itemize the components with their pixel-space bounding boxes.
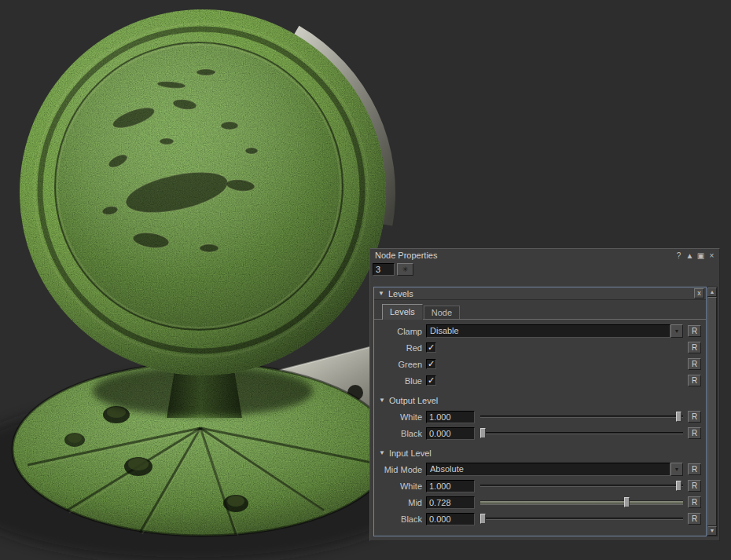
collapse-arrow-icon[interactable]: ▼ [378, 291, 384, 297]
slider-track [480, 415, 683, 418]
input-mid-control [426, 496, 683, 509]
clamp-dropdown[interactable]: Disable ▼ [426, 324, 683, 338]
slider-track [480, 500, 683, 505]
rollout-close-button[interactable]: x [694, 288, 704, 298]
blue-control: ✓ [426, 375, 683, 386]
output-black-label: Black [379, 429, 426, 438]
slider-handle[interactable] [624, 497, 630, 507]
panel-titlebar[interactable]: Node Properties ? ▲ ▣ × [370, 249, 719, 262]
input-level-title: Input Level [389, 448, 432, 458]
input-mid-row: Mid R [379, 495, 701, 510]
output-black-slider[interactable] [480, 427, 683, 439]
blue-checkbox[interactable]: ✓ [426, 375, 436, 386]
clamp-dropdown-value[interactable]: Disable [426, 324, 670, 338]
input-black-row: Black R [379, 511, 701, 526]
clamp-row: Clamp Disable ▼ R [379, 324, 701, 339]
mid-mode-reset-button[interactable]: R [688, 463, 701, 475]
material-sphere [20, 9, 386, 375]
red-checkbox[interactable]: ✓ [426, 342, 436, 353]
green-control: ✓ [426, 359, 683, 369]
red-control: ✓ [426, 342, 683, 353]
green-checkbox[interactable]: ✓ [426, 359, 436, 369]
input-level-section[interactable]: ▼ Input Level [379, 447, 701, 459]
input-black-label: Black [379, 514, 426, 524]
slider-handle[interactable] [676, 481, 681, 491]
levels-rollout: ▼ Levels x Levels Node Clamp Disable ▼ [373, 287, 707, 536]
scrollbar[interactable]: ▲ ▼ [707, 287, 718, 536]
red-label: Red [379, 343, 426, 353]
input-black-slider[interactable] [480, 513, 683, 525]
tab-node[interactable]: Node [424, 306, 460, 319]
green-label: Green [379, 360, 426, 369]
red-row: Red ✓ R [379, 340, 701, 355]
input-mid-reset-button[interactable]: R [688, 496, 701, 508]
input-black-control [426, 513, 683, 525]
input-white-input[interactable] [426, 480, 475, 492]
rollup-icon[interactable]: ▲ [685, 251, 695, 261]
output-black-reset-button[interactable]: R [688, 427, 701, 439]
output-white-row: White R [379, 409, 701, 424]
scrollbar-thumb[interactable] [707, 297, 717, 526]
mid-mode-row: Mid Mode Absolute ▼ R [379, 462, 701, 477]
clamp-reset-button[interactable]: R [688, 325, 701, 337]
collapse-arrow-icon[interactable]: ▼ [379, 397, 385, 404]
slider-track [480, 485, 683, 487]
output-level-title: Output Level [389, 396, 438, 405]
input-white-row: White R [379, 478, 701, 493]
rollout-content: Clamp Disable ▼ R Red ✓ R [374, 320, 706, 526]
input-white-control [426, 480, 683, 492]
scroll-down-icon[interactable]: ▼ [707, 526, 717, 536]
collapse-arrow-icon[interactable]: ▼ [379, 450, 385, 456]
apply-node-id-button[interactable]: ✳ [397, 263, 413, 276]
tab-levels[interactable]: Levels [382, 304, 423, 320]
close-icon[interactable]: × [707, 251, 717, 261]
slider-track [480, 432, 683, 434]
help-icon[interactable]: ? [674, 251, 684, 261]
node-id-row: ✳ [370, 262, 719, 276]
output-white-input[interactable] [426, 411, 475, 423]
input-mid-label: Mid [379, 498, 426, 507]
input-black-input[interactable] [426, 513, 475, 525]
slider-handle[interactable] [676, 412, 681, 422]
blue-row: Blue ✓ R [379, 373, 701, 388]
blue-label: Blue [379, 376, 426, 386]
green-reset-button[interactable]: R [688, 358, 701, 370]
input-mid-slider[interactable] [480, 496, 683, 508]
app-background: Node Properties ? ▲ ▣ × ✳ ▼ Levels x Lev… [0, 0, 731, 560]
tab-bar: Levels Node [374, 303, 706, 320]
scroll-up-icon[interactable]: ▲ [707, 287, 717, 297]
output-black-control [426, 427, 683, 440]
slider-handle[interactable] [480, 514, 486, 524]
input-black-reset-button[interactable]: R [688, 513, 701, 525]
red-reset-button[interactable]: R [688, 342, 701, 353]
mid-mode-dropdown[interactable]: Absolute ▼ [426, 463, 683, 476]
input-mid-input[interactable] [426, 496, 475, 509]
node-id-input[interactable] [373, 263, 395, 276]
chevron-down-icon[interactable]: ▼ [670, 463, 683, 476]
green-row: Green ✓ R [379, 357, 701, 372]
rollout-title: Levels [388, 289, 690, 298]
blue-reset-button[interactable]: R [688, 375, 701, 386]
output-white-slider[interactable] [480, 411, 683, 423]
output-white-label: White [379, 412, 426, 422]
node-properties-panel: Node Properties ? ▲ ▣ × ✳ ▼ Levels x Lev… [369, 248, 720, 541]
stamp-icon: ✳ [402, 265, 409, 273]
mid-mode-dropdown-value[interactable]: Absolute [426, 463, 670, 476]
chevron-down-icon[interactable]: ▼ [670, 324, 683, 338]
output-white-reset-button[interactable]: R [688, 411, 701, 423]
panel-title: Node Properties [375, 251, 673, 260]
slider-handle[interactable] [480, 428, 486, 438]
rollout-header[interactable]: ▼ Levels x [374, 287, 706, 300]
mid-mode-control: Absolute ▼ [426, 463, 683, 476]
window-icon[interactable]: ▣ [696, 251, 706, 261]
output-black-input[interactable] [426, 427, 475, 440]
input-white-slider[interactable] [480, 480, 683, 492]
slider-track [480, 518, 683, 520]
input-white-label: White [379, 481, 426, 491]
clamp-label: Clamp [379, 327, 426, 336]
output-level-section[interactable]: ▼ Output Level [379, 394, 701, 406]
output-black-row: Black R [379, 426, 701, 441]
output-white-control [426, 411, 683, 423]
mid-mode-label: Mid Mode [379, 465, 426, 474]
input-white-reset-button[interactable]: R [688, 480, 701, 492]
